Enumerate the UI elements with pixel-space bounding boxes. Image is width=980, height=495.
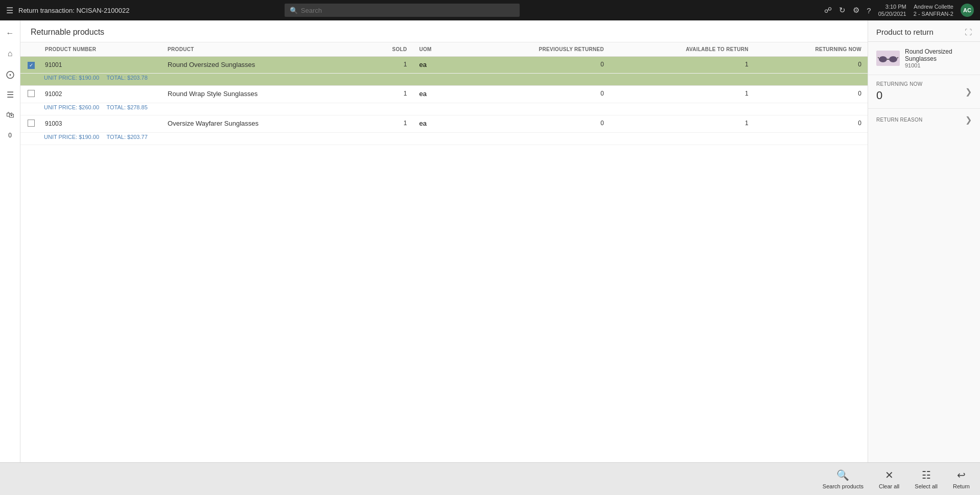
back-button[interactable]: ← xyxy=(2,25,19,42)
row-checkbox[interactable]: ✓ xyxy=(28,62,35,69)
page-title: Returnable products xyxy=(31,28,104,36)
row-product-number: 91002 xyxy=(39,85,161,103)
row-price-info: UNIT PRICE: $190.00 TOTAL: $203.78 xyxy=(20,73,868,85)
returning-now-section[interactable]: RETURNING NOW 0 ❯ xyxy=(868,75,980,109)
svg-point-0 xyxy=(879,56,887,62)
row-checkbox-cell: ✓ xyxy=(20,57,39,74)
table-row[interactable]: ✓ 91001 Round Oversized Sunglasses 1 ea … xyxy=(20,57,868,74)
sold-header: SOLD xyxy=(361,42,413,57)
return-reason-chevron: ❯ xyxy=(965,115,972,125)
row-previously-returned: 0 xyxy=(461,85,610,103)
user-name: Andrew Collette xyxy=(914,3,953,10)
table-row[interactable]: 91002 Round Wrap Style Sunglasses 1 ea 0… xyxy=(20,85,868,103)
search-input[interactable] xyxy=(301,7,515,14)
row-sold: 1 xyxy=(361,85,413,103)
store-name: 2 - SANFRAN-2 xyxy=(914,10,953,17)
row-returning-now: 0 xyxy=(755,57,868,74)
returning-now-content: RETURNING NOW 0 xyxy=(876,81,923,102)
current-date: 05/20/2021 xyxy=(878,10,906,17)
current-time: 3:10 PM xyxy=(885,3,906,10)
sunglasses-icon xyxy=(878,52,898,64)
returning-now-header: RETURNING NOW xyxy=(755,42,868,57)
table-subrow: UNIT PRICE: $190.00 TOTAL: $203.77 xyxy=(20,132,868,145)
products-table: PRODUCT NUMBER PRODUCT SOLD UOM PREVIOUS… xyxy=(20,42,868,145)
product-preview: Round Oversized Sunglasses 91001 xyxy=(868,42,980,75)
row-price-info: UNIT PRICE: $190.00 TOTAL: $203.77 xyxy=(20,132,868,145)
select-all-button[interactable]: ☷ Select all xyxy=(915,469,938,489)
select-all-icon: ☷ xyxy=(922,469,931,481)
table-subrow: UNIT PRICE: $260.00 TOTAL: $278.85 xyxy=(20,103,868,115)
preview-product-name: Round Oversized Sunglasses xyxy=(905,48,972,62)
row-product-name: Round Wrap Style Sunglasses xyxy=(161,85,361,103)
search-products-button[interactable]: 🔍 Search products xyxy=(823,469,864,489)
return-button[interactable]: ↩ Return xyxy=(953,469,970,489)
uom-header: UOM xyxy=(413,42,460,57)
row-previously-returned: 0 xyxy=(461,115,610,132)
row-checkbox[interactable] xyxy=(28,120,35,127)
search-products-icon: 🔍 xyxy=(836,469,849,481)
clear-all-icon: ✕ xyxy=(885,469,894,481)
hamburger-icon[interactable]: ☰ xyxy=(6,6,13,15)
settings-icon[interactable]: ⚙ xyxy=(853,6,859,15)
table-subrow: UNIT PRICE: $190.00 TOTAL: $203.78 xyxy=(20,73,868,85)
search-icon: 🔍 xyxy=(290,7,298,14)
clear-all-label: Clear all xyxy=(879,483,899,489)
table-row[interactable]: 91003 Oversize Wayfarer Sunglasses 1 ea … xyxy=(20,115,868,132)
svg-line-3 xyxy=(878,57,879,58)
row-returning-now: 0 xyxy=(755,115,868,132)
chat-icon[interactable]: ☍ xyxy=(824,6,832,15)
row-product-name: Oversize Wayfarer Sunglasses xyxy=(161,115,361,132)
row-checkbox-cell xyxy=(20,85,39,103)
return-panel: Product to return ⛶ Round Oversized Sung… xyxy=(868,20,980,462)
available-to-return-header: AVAILABLE TO RETURN xyxy=(610,42,755,57)
row-price-info: UNIT PRICE: $260.00 TOTAL: $278.85 xyxy=(20,103,868,115)
product-number-header: PRODUCT NUMBER xyxy=(39,42,161,57)
returning-now-label: RETURNING NOW xyxy=(876,81,923,87)
search-bar[interactable]: 🔍 xyxy=(285,4,520,17)
main-layout: ← ⌂ ⨀ ☰ 🛍 0 Returnable products PRODUCT … xyxy=(0,20,980,462)
table-header-row: PRODUCT NUMBER PRODUCT SOLD UOM PREVIOUS… xyxy=(20,42,868,57)
panel-header: Returnable products xyxy=(20,20,868,42)
row-available-to-return: 1 xyxy=(610,85,755,103)
products-panel: Returnable products PRODUCT NUMBER PRODU… xyxy=(20,20,868,462)
apps-button[interactable]: ⨀ xyxy=(2,65,19,83)
select-all-label: Select all xyxy=(915,483,938,489)
row-product-name: Round Oversized Sunglasses xyxy=(161,57,361,74)
bag-button[interactable]: 🛍 xyxy=(2,106,19,124)
product-preview-info: Round Oversized Sunglasses 91001 xyxy=(905,48,972,68)
row-checkbox[interactable] xyxy=(28,90,35,97)
svg-point-1 xyxy=(889,56,897,62)
row-uom: ea xyxy=(413,85,460,103)
menu-button[interactable]: ☰ xyxy=(2,86,19,103)
row-uom: ea xyxy=(413,57,460,74)
row-available-to-return: 1 xyxy=(610,57,755,74)
help-icon[interactable]: ? xyxy=(867,6,871,15)
row-uom: ea xyxy=(413,115,460,132)
returning-now-value: 0 xyxy=(876,89,923,102)
top-bar-right: ☍ ↻ ⚙ ? 3:10 PM 05/20/2021 Andrew Collet… xyxy=(824,3,974,18)
expand-icon[interactable]: ⛶ xyxy=(965,28,972,36)
return-icon: ↩ xyxy=(957,469,966,481)
top-bar: ☰ Return transaction: NCISAN-2100022 🔍 ☍… xyxy=(0,0,980,20)
home-button[interactable]: ⌂ xyxy=(2,45,19,62)
bottom-bar: 🔍 Search products ✕ Clear all ☷ Select a… xyxy=(0,462,980,495)
preview-product-id: 91001 xyxy=(905,62,972,68)
transaction-title: Return transaction: NCISAN-2100022 xyxy=(18,7,130,14)
product-thumbnail xyxy=(876,51,900,66)
products-table-container: PRODUCT NUMBER PRODUCT SOLD UOM PREVIOUS… xyxy=(20,42,868,462)
content-area: Returnable products PRODUCT NUMBER PRODU… xyxy=(20,20,980,462)
refresh-icon[interactable]: ↻ xyxy=(839,6,846,15)
checkbox-col-header xyxy=(20,42,39,57)
row-sold: 1 xyxy=(361,57,413,74)
return-panel-header: Product to return ⛶ xyxy=(868,20,980,42)
sidebar: ← ⌂ ⨀ ☰ 🛍 0 xyxy=(0,20,20,462)
count-badge: 0 xyxy=(2,127,19,144)
return-reason-label: RETURN REASON xyxy=(876,117,923,123)
row-product-number: 91003 xyxy=(39,115,161,132)
avatar[interactable]: AC xyxy=(961,4,974,17)
return-label: Return xyxy=(953,483,970,489)
row-returning-now: 0 xyxy=(755,85,868,103)
row-available-to-return: 1 xyxy=(610,115,755,132)
return-reason-section[interactable]: RETURN REASON ❯ xyxy=(868,109,980,131)
clear-all-button[interactable]: ✕ Clear all xyxy=(879,469,899,489)
